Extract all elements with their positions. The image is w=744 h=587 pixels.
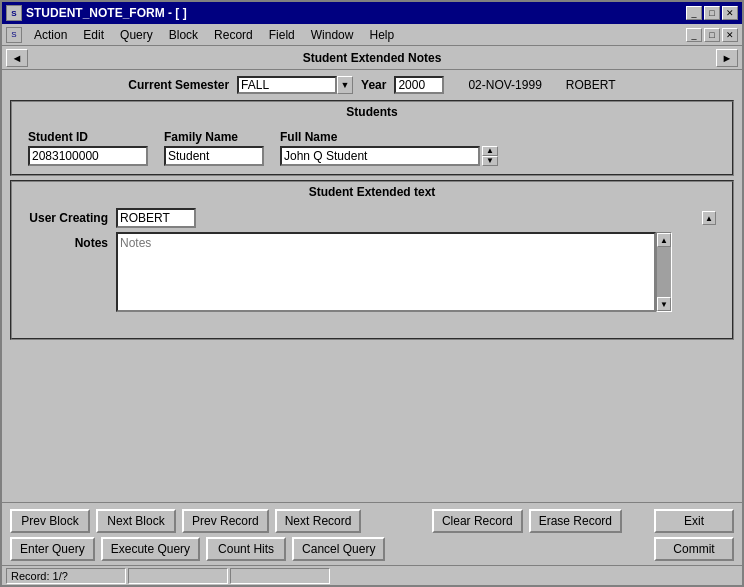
date-display: 02-NOV-1999 xyxy=(468,78,541,92)
spacer-area xyxy=(10,342,734,498)
enter-query-button[interactable]: Enter Query xyxy=(10,537,95,561)
status-segment-3 xyxy=(230,568,330,584)
user-creating-input[interactable] xyxy=(116,208,196,228)
semester-input[interactable] xyxy=(237,76,337,94)
title-bar: S STUDENT_NOTE_FORM - [ ] _ □ ✕ xyxy=(2,2,742,24)
full-name-spin-up[interactable]: ▲ xyxy=(482,146,498,156)
user-creating-label: User Creating xyxy=(28,211,108,225)
main-window: S STUDENT_NOTE_FORM - [ ] _ □ ✕ S Action… xyxy=(0,0,744,587)
family-name-input[interactable] xyxy=(164,146,264,166)
button-row-2-right: Commit xyxy=(654,537,734,561)
notes-scroll-down[interactable]: ▼ xyxy=(657,297,671,311)
semester-header: Current Semester ▼ Year 02-NOV-1999 ROBE… xyxy=(10,74,734,96)
semester-select-wrapper: ▼ xyxy=(237,76,353,94)
extended-section-title: Student Extended text xyxy=(12,182,732,202)
user-display: ROBERT xyxy=(566,78,616,92)
toolbar-right: ► xyxy=(716,49,738,67)
menu-help[interactable]: Help xyxy=(361,26,402,44)
window-title: STUDENT_NOTE_FORM - [ ] xyxy=(26,6,187,20)
app-icon: S xyxy=(6,5,22,21)
status-record: Record: 1/? xyxy=(6,568,126,584)
close-button[interactable]: ✕ xyxy=(722,6,738,20)
toolbar-left: ◄ xyxy=(6,49,28,67)
execute-query-button[interactable]: Execute Query xyxy=(101,537,200,561)
students-section-title: Students xyxy=(12,102,732,122)
bottom-buttons: Prev Block Next Block Prev Record Next R… xyxy=(2,502,742,565)
menu-edit[interactable]: Edit xyxy=(75,26,112,44)
menu-window[interactable]: Window xyxy=(303,26,362,44)
semester-dropdown-button[interactable]: ▼ xyxy=(337,76,353,94)
count-hits-button[interactable]: Count Hits xyxy=(206,537,286,561)
inner-maximize-button[interactable]: □ xyxy=(704,28,720,42)
inner-title-buttons: _ □ ✕ xyxy=(686,28,738,42)
inner-close-button[interactable]: ✕ xyxy=(722,28,738,42)
forward-nav-button[interactable]: ► xyxy=(716,49,738,67)
page-title-bar: Student Extended Notes xyxy=(303,51,442,65)
prev-record-button[interactable]: Prev Record xyxy=(182,509,269,533)
button-row-1: Prev Block Next Block Prev Record Next R… xyxy=(10,509,734,533)
family-name-label: Family Name xyxy=(164,130,264,144)
menu-field[interactable]: Field xyxy=(261,26,303,44)
title-bar-left: S STUDENT_NOTE_FORM - [ ] xyxy=(6,5,187,21)
extended-section: Student Extended text User Creating ▲ No… xyxy=(10,180,734,340)
button-row-2: Enter Query Execute Query Count Hits Can… xyxy=(10,537,734,561)
students-fields-row: Student ID Family Name Full Name ▲ xyxy=(28,130,716,166)
exit-button[interactable]: Exit xyxy=(654,509,734,533)
family-name-group: Family Name xyxy=(164,130,264,166)
year-label: Year xyxy=(361,78,386,92)
notes-row: Notes ▲ ▼ xyxy=(28,232,716,312)
full-name-label: Full Name xyxy=(280,130,498,144)
next-block-button[interactable]: Next Block xyxy=(96,509,176,533)
full-name-wrapper: ▲ ▼ xyxy=(280,146,498,166)
maximize-button[interactable]: □ xyxy=(704,6,720,20)
toolbar: ◄ Student Extended Notes ► xyxy=(2,46,742,70)
button-row-1-right: Clear Record Erase Record Exit xyxy=(432,509,734,533)
minimize-button[interactable]: _ xyxy=(686,6,702,20)
full-name-spin-group: ▲ ▼ xyxy=(482,146,498,166)
clear-record-button[interactable]: Clear Record xyxy=(432,509,523,533)
erase-record-button[interactable]: Erase Record xyxy=(529,509,622,533)
notes-textarea[interactable] xyxy=(116,232,656,312)
extended-scrollbar-top: ▲ xyxy=(204,211,716,225)
year-input[interactable] xyxy=(394,76,444,94)
main-content: Current Semester ▼ Year 02-NOV-1999 ROBE… xyxy=(2,70,742,502)
menu-record[interactable]: Record xyxy=(206,26,261,44)
notes-wrapper: ▲ ▼ xyxy=(116,232,716,312)
current-semester-label: Current Semester xyxy=(128,78,229,92)
back-nav-button[interactable]: ◄ xyxy=(6,49,28,67)
status-bar: Record: 1/? xyxy=(2,565,742,585)
notes-label: Notes xyxy=(28,232,108,250)
student-id-input[interactable] xyxy=(28,146,148,166)
extended-section-content: User Creating ▲ Notes ▲ ▼ xyxy=(12,202,732,318)
students-section-content: Student ID Family Name Full Name ▲ xyxy=(12,122,732,174)
full-name-spin-down[interactable]: ▼ xyxy=(482,156,498,166)
status-segment-2 xyxy=(128,568,228,584)
notes-scroll-up[interactable]: ▲ xyxy=(657,233,671,247)
menu-action[interactable]: Action xyxy=(26,26,75,44)
title-buttons: _ □ ✕ xyxy=(686,6,738,20)
button-row-1-left: Prev Block Next Block Prev Record Next R… xyxy=(10,509,361,533)
commit-button[interactable]: Commit xyxy=(654,537,734,561)
notes-scroll-track xyxy=(657,247,671,297)
prev-block-button[interactable]: Prev Block xyxy=(10,509,90,533)
menu-bar: S Action Edit Query Block Record Field W… xyxy=(2,24,742,46)
page-title: Student Extended Notes xyxy=(303,51,442,65)
student-id-label: Student ID xyxy=(28,130,148,144)
full-name-group: Full Name ▲ ▼ xyxy=(280,130,498,166)
menu-block[interactable]: Block xyxy=(161,26,206,44)
full-name-input[interactable] xyxy=(280,146,480,166)
button-row-2-left: Enter Query Execute Query Count Hits Can… xyxy=(10,537,385,561)
next-record-button[interactable]: Next Record xyxy=(275,509,362,533)
menu-query[interactable]: Query xyxy=(112,26,161,44)
notes-scrollbar: ▲ ▼ xyxy=(656,232,672,312)
menu-icon: S xyxy=(6,27,22,43)
cancel-query-button[interactable]: Cancel Query xyxy=(292,537,385,561)
user-creating-row: User Creating ▲ xyxy=(28,208,716,228)
inner-minimize-button[interactable]: _ xyxy=(686,28,702,42)
scroll-up-button[interactable]: ▲ xyxy=(702,211,716,225)
students-section: Students Student ID Family Name Full Nam… xyxy=(10,100,734,176)
student-id-group: Student ID xyxy=(28,130,148,166)
